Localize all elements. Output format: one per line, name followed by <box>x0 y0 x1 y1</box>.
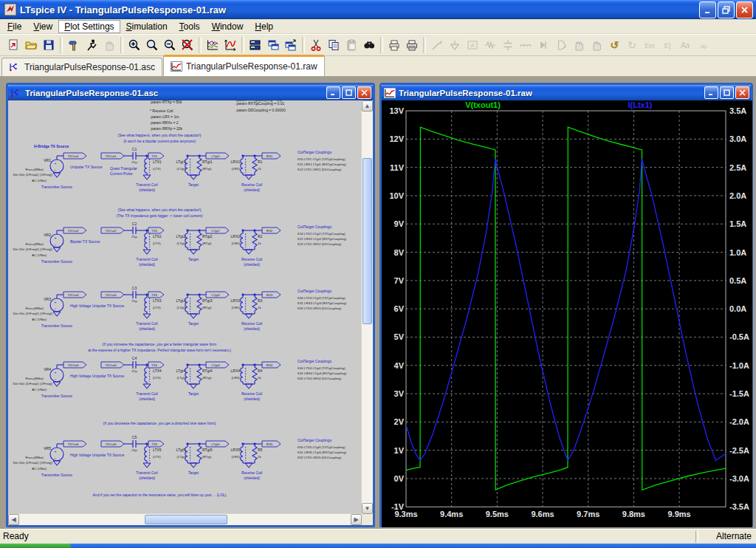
waveform-maximize-button[interactable] <box>720 86 734 99</box>
menu-simulation[interactable]: Simulation <box>120 20 173 33</box>
arrange-windows-button[interactable] <box>282 35 300 55</box>
autorange-button[interactable] <box>204 35 221 55</box>
diode-button <box>535 35 552 55</box>
plot-settings-button[interactable] <box>221 35 239 55</box>
menu-file[interactable]: File <box>1 20 27 33</box>
svg-text:1k: 1k <box>258 242 261 245</box>
legend-iltx1[interactable]: I(Ltx1) <box>628 100 653 109</box>
svg-text:R5: R5 <box>258 448 263 452</box>
svg-text:Em: Em <box>645 42 655 49</box>
svg-text:(shielded): (shielded) <box>139 262 155 267</box>
svg-text:Target: Target <box>188 470 199 475</box>
menu-tools[interactable]: Tools <box>173 20 206 33</box>
legend-vtxout1[interactable]: V(txout1) <box>465 100 501 109</box>
scroll-right-button[interactable]: ▶ <box>351 514 362 525</box>
svg-text:(The TX impedance gets bigger: (The TX impedance gets bigger -> lower c… <box>117 213 203 218</box>
svg-text:LTX4: LTX4 <box>153 369 162 373</box>
svg-text:(RTgt): (RTgt) <box>202 242 212 245</box>
scroll-down-button[interactable]: ▼ <box>362 503 373 514</box>
undo-button[interactable]: ↺ <box>605 35 623 55</box>
svg-text:-1.5A: -1.5A <box>729 389 749 398</box>
capacitor-icon <box>501 38 515 52</box>
schematic-minimize-button[interactable] <box>326 86 340 99</box>
svg-text:RTgt5: RTgt5 <box>202 448 213 452</box>
print-preview-icon <box>388 38 401 52</box>
print-preview-button[interactable] <box>385 35 403 55</box>
svg-text:Receive Coil: Receive Coil <box>241 321 262 326</box>
run-button[interactable] <box>83 35 100 55</box>
mdi-area: TriangularPulseResponse-01.asc .param RT… <box>0 77 756 529</box>
schematic-maximize-button[interactable] <box>342 86 356 99</box>
svg-text:High Voltage Unipolar TX Sourc: High Voltage Unipolar TX Source <box>70 304 125 308</box>
svg-text:K11 LRX1 LTgt1 (RXTgtCoupling): K11 LRX1 LTgt1 (RXTgtCoupling) <box>298 162 346 166</box>
horizontal-scroll-thumb[interactable] <box>145 515 227 524</box>
plot-settings-icon <box>224 38 237 52</box>
menu-plot-settings[interactable]: Plot Settings <box>58 20 120 33</box>
vertical-scroll-thumb[interactable] <box>362 158 372 324</box>
tile-windows-button[interactable] <box>247 35 264 55</box>
tab-waveform[interactable]: TriangularPulseResponse-01.raw <box>163 55 325 76</box>
svg-text:RTgt1: RTgt1 <box>202 160 213 164</box>
cascade-windows-button[interactable] <box>264 35 282 55</box>
svg-text:1.5A: 1.5A <box>729 219 746 228</box>
svg-text:0.0A: 0.0A <box>729 304 746 313</box>
schematic-canvas[interactable]: .param RTXp = 50k* Receive Coil.param LR… <box>8 100 363 514</box>
close-button[interactable] <box>736 1 753 18</box>
find-button[interactable] <box>360 35 378 55</box>
zoom-back-button[interactable] <box>179 35 196 55</box>
arrange-windows-icon <box>284 38 298 52</box>
open-icon <box>24 38 38 52</box>
svg-text:AC (VBat): AC (VBat) <box>32 179 47 182</box>
waveform-plot-canvas[interactable]: 13V12V11V10V9V8V7V6V5V4V3V2V1V0V-1V3.5A3… <box>382 100 752 527</box>
menu-window[interactable]: Window <box>206 20 250 33</box>
menu-help[interactable]: Help <box>249 20 279 33</box>
svg-text:K31 LRX3 LTgt3 (RXTgtCoupling): K31 LRX3 LTgt3 (RXTgtCoupling) <box>298 301 347 305</box>
copy-button[interactable] <box>325 35 343 55</box>
waveform-icon <box>384 88 396 98</box>
svg-text:-1.0A: -1.0A <box>729 361 749 370</box>
schematic-close-button[interactable] <box>357 86 371 99</box>
svg-text:(LTgt): (LTgt) <box>177 376 186 380</box>
waveform-window-titlebar[interactable]: TriangularPulseResponse-01.raw <box>382 85 751 100</box>
windows-taskbar[interactable] <box>0 544 756 548</box>
svg-text:1.0A: 1.0A <box>729 248 746 257</box>
plot-mode-indicator: Alternate <box>716 531 752 541</box>
zoom-out-button[interactable] <box>161 35 179 55</box>
resistor-button <box>481 35 499 55</box>
open-button[interactable] <box>22 35 40 55</box>
svg-text:Transmitter Source: Transmitter Source <box>41 259 73 264</box>
scroll-up-button[interactable]: ▲ <box>362 100 373 112</box>
menu-view[interactable]: View <box>27 20 58 33</box>
schematic-horizontal-scrollbar[interactable]: ◀ ▶ <box>8 513 362 525</box>
schematic-vertical-scrollbar[interactable]: ▲ ▼ <box>361 100 373 514</box>
svg-text:C4: C4 <box>132 356 137 360</box>
restore-button[interactable] <box>718 1 735 18</box>
resize-gripper[interactable] <box>362 514 373 525</box>
svg-text:Rser=(RBat): Rser=(RBat) <box>25 168 44 171</box>
title-bar[interactable]: LTspice IV - TriangularPulseResponse-01.… <box>0 0 756 19</box>
zoom-in-button[interactable] <box>126 35 143 55</box>
scroll-left-button[interactable]: ◀ <box>8 514 19 525</box>
print-icon <box>405 38 419 52</box>
control-panel-button[interactable] <box>65 35 83 55</box>
schematic-window-titlebar[interactable]: TriangularPulseResponse-01.asc <box>8 85 373 100</box>
svg-text:K40 LTX4 LTgt4 (TXTgtCoupling): K40 LTX4 LTgt4 (TXTgtCoupling) <box>298 366 346 370</box>
svg-text:C5: C5 <box>132 435 137 439</box>
svg-text:RX1: RX1 <box>267 154 273 158</box>
waveform-close-button[interactable] <box>735 86 749 99</box>
svg-text:TXOut4: TXOut4 <box>105 363 117 367</box>
svg-text:TXOut3: TXOut3 <box>105 293 117 297</box>
new-button[interactable] <box>4 35 22 55</box>
svg-text:9V: 9V <box>394 219 405 228</box>
waveform-minimize-button[interactable] <box>704 86 718 99</box>
svg-text:RX4: RX4 <box>267 363 273 367</box>
cut-button[interactable] <box>307 35 325 55</box>
zoom-full-button[interactable] <box>143 35 161 55</box>
schematic-body: .param RTXp = 50k* Receive Coil.param LR… <box>8 100 373 525</box>
save-button[interactable] <box>40 35 58 55</box>
svg-text:CoilTarget Couplings: CoilTarget Couplings <box>298 438 332 442</box>
print-button[interactable] <box>403 35 421 55</box>
minimize-button[interactable] <box>699 1 716 18</box>
tab-schematic[interactable]: TriangularPulseResponse-01.asc <box>1 58 162 76</box>
start-button[interactable] <box>0 544 71 548</box>
